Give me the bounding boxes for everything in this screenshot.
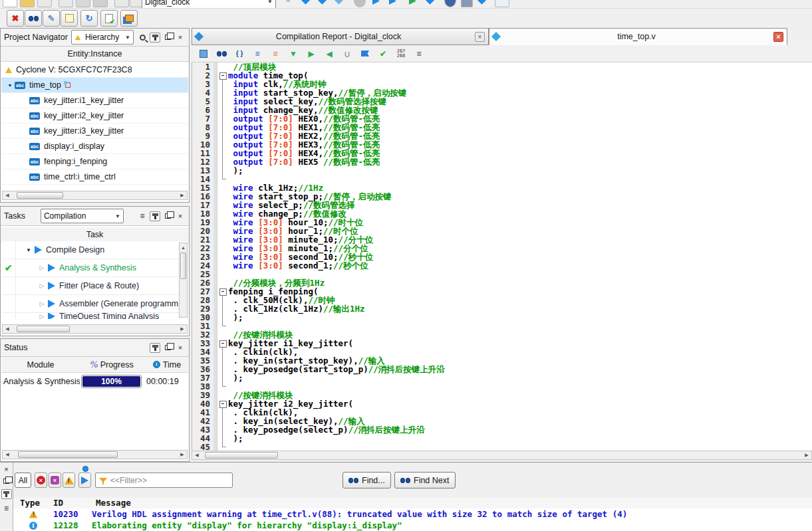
fold-collapse-icon[interactable]	[217, 399, 228, 408]
chevron-icon[interactable]	[426, 0, 434, 5]
undo-icon[interactable]	[114, 0, 129, 7]
fold-collapse-icon[interactable]	[217, 287, 228, 296]
indent-button[interactable]: ≡	[251, 47, 264, 60]
comment-flag-button[interactable]	[358, 47, 372, 60]
expander-icon[interactable]: ▷	[37, 313, 47, 319]
pin-button[interactable]	[1, 489, 12, 499]
float-button[interactable]	[162, 211, 173, 221]
tree-item[interactable]: Cyclone V: 5CGXFC7C7F23C8	[1, 62, 188, 78]
menu-button[interactable]: ≡	[1, 503, 12, 513]
tree-item[interactable]: abckey_jitter:i1_key_jitter	[1, 93, 188, 108]
scroll-thumb[interactable]	[18, 451, 118, 458]
expander-icon[interactable]: ▷	[37, 282, 47, 289]
line-spacing-button[interactable]: ≡	[412, 47, 426, 60]
code-line[interactable]: 12 output [7:0] HEX5 //数码管-低亮	[192, 158, 812, 166]
menu-button[interactable]: ≡	[137, 211, 148, 221]
code-line[interactable]: 45	[192, 443, 812, 451]
tasks-hscrollbar[interactable]: ◀ ▶	[2, 324, 188, 334]
timing-analyzer-icon[interactable]	[444, 0, 456, 7]
task-row[interactable]: ▼Compile Design	[1, 241, 188, 259]
warnings-filter-button[interactable]	[63, 473, 75, 488]
pin-button[interactable]	[150, 33, 160, 43]
scroll-left-arrow[interactable]: ◀	[3, 451, 11, 459]
notes-button[interactable]	[61, 10, 78, 27]
task-row[interactable]: ▷Fitter (Place & Route)	[1, 277, 188, 295]
tasks-mode-combo[interactable]: Compilation ▼	[41, 209, 124, 223]
refresh-button[interactable]: ↻	[80, 10, 98, 27]
scroll-thumb[interactable]	[17, 192, 63, 199]
scroll-thumb[interactable]	[180, 253, 186, 279]
paste-icon[interactable]	[93, 0, 108, 7]
tree-item[interactable]: abcfenping:i_fenping	[1, 154, 188, 169]
analysis-check-button[interactable]	[100, 10, 118, 27]
expander-icon[interactable]: ▼	[5, 83, 15, 88]
message-row[interactable]: 10230Verilog HDL assignment warning at t…	[13, 508, 812, 520]
copy-icon[interactable]	[76, 0, 90, 7]
entity-instance-column-header[interactable]: Entity:Instance	[1, 47, 189, 62]
pin-assignments-icon[interactable]	[301, 0, 310, 5]
scroll-left-arrow[interactable]: ◀	[3, 192, 11, 199]
time-column-header[interactable]: Time	[143, 360, 188, 370]
status-hscrollbar[interactable]: ◀ ▶	[2, 450, 188, 459]
crossprobe-button[interactable]: ✖	[7, 10, 24, 27]
assignment-editor-icon[interactable]	[318, 0, 327, 5]
scroll-right-arrow[interactable]: ▶	[178, 192, 186, 199]
scroll-right-arrow[interactable]: ▶	[178, 326, 186, 333]
tasks-vscrollbar[interactable]: ▲	[179, 243, 188, 318]
tab-compilation-report[interactable]: Compilation Report - Digital_clock ×	[192, 28, 489, 45]
expander-icon[interactable]: ▷	[37, 265, 47, 271]
programmer-icon[interactable]	[495, 0, 509, 7]
pin-button[interactable]	[150, 343, 160, 353]
search-button[interactable]	[137, 33, 148, 43]
code-line[interactable]: 30 );	[192, 313, 812, 322]
message-row[interactable]: i12128Elaborating entity "display" for h…	[13, 520, 812, 531]
start-analysis-icon[interactable]	[389, 0, 396, 5]
expander-icon[interactable]: ▼	[24, 247, 33, 253]
tree-item[interactable]: abcdisplay:i_display	[1, 139, 188, 154]
task-row[interactable]: ▷Assembler (Generate programm	[1, 295, 188, 313]
float-button[interactable]	[162, 343, 173, 353]
text-editor-button[interactable]: ✎	[43, 10, 60, 27]
match-brace-button[interactable]: { }	[233, 47, 246, 60]
progress-column-header[interactable]: %Progress	[80, 360, 143, 370]
new-file-icon[interactable]	[3, 0, 17, 7]
scroll-thumb[interactable]	[205, 452, 278, 459]
cut-icon[interactable]	[59, 0, 73, 7]
project-selector-combo[interactable]: Digital_clock ▼	[142, 0, 276, 9]
id-column-header[interactable]: ID	[53, 498, 92, 508]
module-column-header[interactable]: Module	[1, 360, 80, 370]
tree-item[interactable]: abctime_ctrl:i_time_ctrl	[1, 169, 188, 185]
type-column-header[interactable]: Type	[13, 498, 53, 508]
fold-collapse-icon[interactable]	[217, 339, 228, 348]
code-line[interactable]: 36 . key_posedge(start_stop_p)//消抖后按键上升沿	[192, 365, 812, 373]
message-filter-input[interactable]: <<Filter>>	[95, 473, 233, 488]
float-button[interactable]	[162, 33, 173, 43]
wizard-icon[interactable]	[335, 0, 343, 5]
tree-item[interactable]: abckey_jitter:i3_key_jitter	[1, 124, 188, 139]
run-task-icon[interactable]	[48, 313, 55, 319]
netlist-viewer-icon[interactable]	[461, 0, 473, 7]
window-layout-button[interactable]	[120, 10, 138, 27]
find-next-button[interactable]: Find Next	[394, 472, 456, 488]
scroll-left-arrow[interactable]: ◀	[3, 326, 11, 333]
close-button[interactable]: ×	[175, 343, 186, 353]
settings-icon[interactable]: ≡	[286, 0, 290, 3]
expander-icon[interactable]: ▷	[37, 300, 47, 307]
task-row[interactable]: ▷TimeQuest Timing Analysis	[1, 313, 188, 319]
pin-button[interactable]	[150, 211, 160, 221]
tree-item[interactable]: ▼abctime_top	[1, 78, 188, 93]
hierarchy-combo[interactable]: Hierarchy ▼	[71, 30, 134, 45]
next-bookmark-button[interactable]: ▶	[305, 47, 318, 60]
info-filter-button[interactable]	[78, 473, 91, 488]
close-tab-icon[interactable]: ×	[773, 32, 783, 42]
task-row[interactable]: ✔▷Analysis & Synthesis	[1, 259, 188, 277]
code-line[interactable]: 44 );	[192, 434, 812, 443]
check-syntax-button[interactable]: ✔	[376, 47, 390, 60]
close-button[interactable]: ×	[175, 211, 186, 221]
close-tab-icon[interactable]: ×	[475, 32, 485, 42]
code-line[interactable]: 43 . key_posedge(select_p)//消抖后按键上升沿	[192, 425, 812, 434]
code-line[interactable]: 37 );	[192, 373, 812, 382]
open-file-icon[interactable]	[20, 0, 35, 7]
bookmark-button[interactable]: ▼	[287, 47, 300, 60]
code-line[interactable]: 24 wire [3:0] second_1;//秒个位	[192, 261, 812, 270]
